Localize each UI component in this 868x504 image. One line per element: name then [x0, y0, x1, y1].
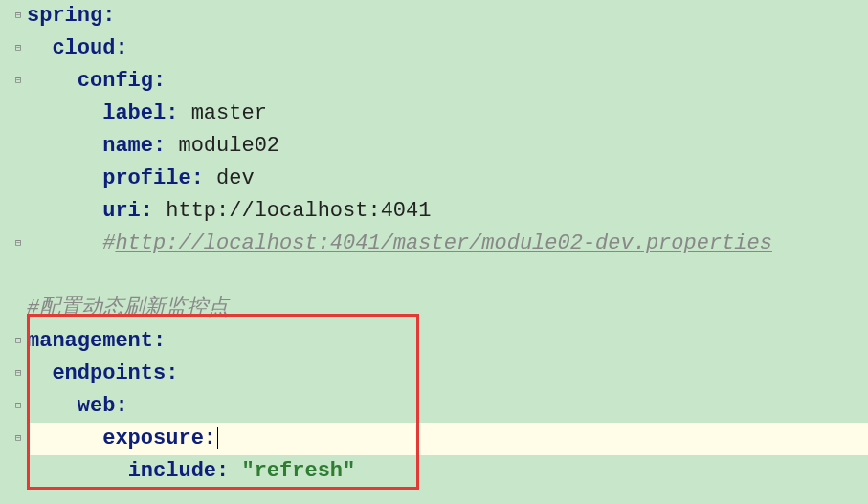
line-content: #http://localhost:4041/master/module02-d…	[27, 231, 772, 255]
fold-marker: ⊟	[15, 335, 25, 344]
code-line[interactable]: spring:	[27, 0, 868, 33]
line-content: profile: dev	[27, 166, 255, 190]
fold-marker: ⊟	[15, 432, 25, 442]
line-content: include: "refresh"	[27, 459, 355, 483]
code-line[interactable]: management:	[27, 325, 868, 358]
code-line[interactable]: profile: dev	[27, 163, 868, 195]
line-content: endpoints:	[27, 362, 178, 385]
line-content: name: module02	[27, 134, 279, 158]
line-content: config:	[27, 69, 166, 93]
line-content: management:	[27, 329, 166, 353]
fold-marker: ⊟	[15, 237, 25, 247]
line-content: spring:	[27, 4, 115, 28]
code-line[interactable]: name: module02	[27, 130, 868, 163]
line-content: exposure:	[27, 427, 218, 450]
line-content: uri: http://localhost:4041	[27, 199, 431, 223]
code-editor[interactable]: spring: cloud: config: label: master nam…	[27, 0, 868, 504]
code-line[interactable]: web:	[27, 390, 868, 423]
fold-marker: ⊟	[15, 400, 25, 409]
line-content: web:	[27, 394, 128, 418]
text-cursor	[217, 427, 218, 449]
fold-marker: ⊟	[15, 75, 25, 84]
code-line[interactable]: cloud:	[27, 33, 868, 65]
code-line[interactable]	[27, 260, 868, 293]
line-content: #配置动态刷新监控点	[27, 296, 229, 320]
code-line[interactable]: #http://localhost:4041/master/module02-d…	[27, 228, 868, 260]
fold-marker: ⊟	[15, 42, 25, 52]
code-line[interactable]: #配置动态刷新监控点	[27, 293, 868, 325]
fold-marker: ⊟	[15, 10, 25, 19]
code-line[interactable]: config:	[27, 65, 868, 98]
gutter: ⊟ ⊟ ⊟ ⊟ ⊟ ⊟ ⊟ ⊟	[0, 0, 23, 504]
code-line[interactable]: endpoints:	[27, 358, 868, 390]
line-content	[27, 264, 39, 288]
code-line[interactable]: exposure:	[27, 423, 868, 455]
code-line[interactable]: label: master	[27, 98, 868, 130]
fold-marker: ⊟	[15, 367, 25, 377]
line-content: label: master	[27, 101, 267, 125]
line-content: cloud:	[27, 36, 128, 60]
code-line[interactable]: include: "refresh"	[27, 455, 868, 488]
code-line[interactable]: uri: http://localhost:4041	[27, 195, 868, 228]
